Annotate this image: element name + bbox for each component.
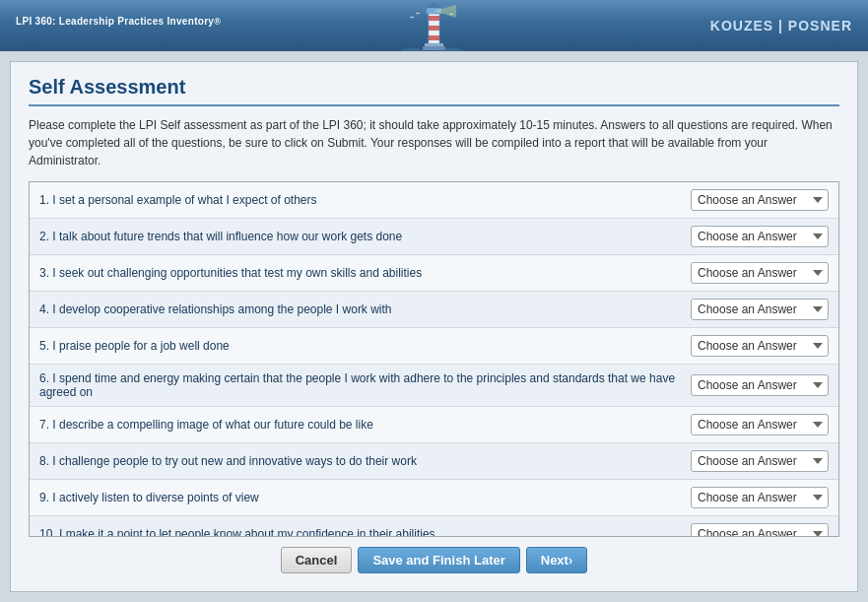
question-text: 3. I seek out challenging opportunities … <box>39 266 691 280</box>
answer-select[interactable]: Choose an Answer1 – Almost Never2 – Rare… <box>691 335 829 357</box>
table-row: 5. I praise people for a job well doneCh… <box>30 328 838 365</box>
logo-container <box>400 0 469 51</box>
answer-select[interactable]: Choose an Answer1 – Almost Never2 – Rare… <box>691 226 829 247</box>
question-text: 4. I develop cooperative relationships a… <box>39 302 691 316</box>
title-sup: ® <box>214 17 221 27</box>
answer-select[interactable]: Choose an Answer1 – Almost Never2 – Rare… <box>691 299 829 320</box>
table-row: 9. I actively listen to diverse points o… <box>30 480 838 516</box>
svg-rect-7 <box>425 43 443 46</box>
app-title: LPI 360: Leadership Practices Inventory® <box>16 16 221 34</box>
page-title: Self Assessment <box>29 76 839 106</box>
table-row: 4. I develop cooperative relationships a… <box>30 292 838 328</box>
answer-select[interactable]: Choose an Answer1 – Almost Never2 – Rare… <box>691 189 829 211</box>
cancel-button[interactable]: Cancel <box>281 547 353 573</box>
question-text: 2. I talk about future trends that will … <box>39 230 691 243</box>
main-content: Self Assessment Please complete the LPI … <box>10 61 858 592</box>
svg-rect-3 <box>429 26 439 31</box>
question-text: 10. I make it a point to let people know… <box>39 527 691 537</box>
answer-select[interactable]: Choose an Answer1 – Almost Never2 – Rare… <box>691 450 829 472</box>
table-row: 1. I set a personal example of what I ex… <box>30 182 838 219</box>
question-text: 1. I set a personal example of what I ex… <box>39 193 691 207</box>
answer-select[interactable]: Choose an Answer1 – Almost Never2 – Rare… <box>691 262 829 284</box>
app-header: LPI 360: Leadership Practices Inventory® <box>0 0 868 51</box>
table-row: 10. I make it a point to let people know… <box>30 516 838 537</box>
answer-select[interactable]: Choose an Answer1 – Almost Never2 – Rare… <box>691 487 829 508</box>
table-row: 6. I spend time and energy making certai… <box>30 365 838 407</box>
svg-rect-4 <box>429 35 439 40</box>
brand-name: KOUZES | POSNER <box>710 18 852 33</box>
answer-select[interactable]: Choose an Answer1 – Almost Never2 – Rare… <box>691 374 829 396</box>
table-row: 7. I describe a compelling image of what… <box>30 407 838 443</box>
answer-select[interactable]: Choose an Answer1 – Almost Never2 – Rare… <box>691 523 829 537</box>
table-row: 8. I challenge people to try out new and… <box>30 443 838 480</box>
question-text: 5. I praise people for a job well done <box>39 339 691 353</box>
question-text: 7. I describe a compelling image of what… <box>39 418 691 432</box>
questions-table: 1. I set a personal example of what I ex… <box>29 181 839 537</box>
answer-select[interactable]: Choose an Answer1 – Almost Never2 – Rare… <box>691 414 829 435</box>
title-text: LPI 360: Leadership Practices Inventory <box>16 16 214 27</box>
svg-rect-2 <box>429 16 439 21</box>
lighthouse-icon <box>402 0 466 51</box>
table-row: 3. I seek out challenging opportunities … <box>30 255 838 292</box>
footer-actions: Cancel Save and Finish Later Next› <box>29 537 839 577</box>
page-description: Please complete the LPI Self assessment … <box>29 116 839 169</box>
question-text: 6. I spend time and energy making certai… <box>39 371 691 399</box>
question-text: 8. I challenge people to try out new and… <box>39 454 691 468</box>
table-row: 2. I talk about future trends that will … <box>30 219 838 255</box>
next-button[interactable]: Next› <box>526 547 588 573</box>
question-text: 9. I actively listen to diverse points o… <box>39 491 691 504</box>
save-later-button[interactable]: Save and Finish Later <box>358 547 519 573</box>
